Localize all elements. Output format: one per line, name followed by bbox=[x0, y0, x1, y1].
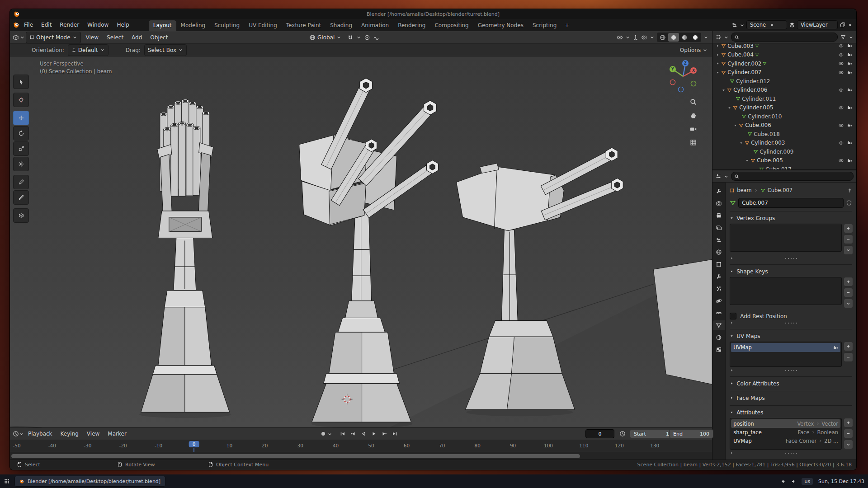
expander-icon[interactable] bbox=[716, 44, 720, 48]
use-preview-range-icon[interactable] bbox=[619, 431, 626, 437]
outliner-row[interactable]: Cylinder.005 bbox=[712, 103, 856, 113]
properties-tab-particles[interactable] bbox=[713, 284, 725, 294]
chevron-down-icon[interactable] bbox=[724, 35, 729, 40]
chevron-down-icon[interactable] bbox=[703, 35, 708, 40]
keyboard-layout-indicator[interactable]: us bbox=[802, 478, 813, 485]
tool-rotate[interactable] bbox=[13, 126, 29, 141]
menu-window[interactable]: Window bbox=[83, 22, 113, 28]
breadcrumb-object[interactable]: beam bbox=[737, 187, 752, 193]
disable-render-icon[interactable] bbox=[847, 43, 852, 48]
outliner-row[interactable]: Cylinder.003 bbox=[712, 139, 856, 148]
expander-icon[interactable] bbox=[722, 88, 726, 92]
menu-help[interactable]: Help bbox=[113, 22, 133, 28]
attribute-row[interactable]: positionVertexVector bbox=[731, 419, 840, 428]
panel-grip[interactable] bbox=[784, 452, 798, 454]
hide-viewport-icon[interactable] bbox=[839, 88, 844, 93]
hide-viewport-icon[interactable] bbox=[839, 70, 844, 75]
vertex-groups-panel-header[interactable]: Vertex Groups bbox=[730, 214, 852, 222]
properties-search-input[interactable] bbox=[731, 172, 854, 181]
options-dropdown[interactable]: Options bbox=[680, 47, 708, 53]
tool-measure[interactable] bbox=[13, 190, 29, 205]
properties-tab-constraints[interactable] bbox=[713, 308, 725, 318]
workspace-tab-scripting[interactable]: Scripting bbox=[528, 20, 561, 31]
attribute-row[interactable]: UVMapFace Corner2D ... bbox=[731, 436, 840, 445]
next-keyframe-button[interactable] bbox=[379, 430, 389, 438]
hide-viewport-icon[interactable] bbox=[839, 141, 844, 145]
remove-vertex-group-button[interactable] bbox=[844, 235, 853, 244]
color-attributes-panel-header[interactable]: Color Attributes bbox=[730, 379, 852, 388]
properties-tab-world[interactable] bbox=[713, 247, 725, 257]
current-frame-field[interactable]: 0 bbox=[585, 429, 614, 438]
workspace-tab-geometry-nodes[interactable]: Geometry Nodes bbox=[473, 20, 528, 31]
outliner-row[interactable]: Cylinder.010 bbox=[712, 112, 856, 121]
chevron-down-icon[interactable] bbox=[740, 23, 745, 28]
properties-tab-view-layer[interactable] bbox=[713, 223, 725, 233]
outliner-row[interactable]: Cube.005 bbox=[712, 156, 856, 165]
uv-render-icon[interactable] bbox=[833, 345, 838, 350]
properties-tab-material[interactable] bbox=[713, 333, 725, 343]
new-viewlayer-icon[interactable] bbox=[840, 22, 846, 28]
pan-button[interactable] bbox=[689, 112, 697, 119]
subpanel-expand-icon[interactable] bbox=[730, 451, 734, 455]
timeline-menu-keying[interactable]: Keying bbox=[57, 431, 83, 437]
jump-to-start-button[interactable] bbox=[337, 430, 348, 438]
disable-render-icon[interactable] bbox=[847, 70, 852, 75]
expander-icon[interactable] bbox=[745, 159, 749, 163]
outliner-row[interactable]: Cylinder.009 bbox=[712, 147, 856, 156]
outliner-row[interactable]: Cube.018 bbox=[712, 130, 856, 139]
tool-move[interactable] bbox=[13, 111, 29, 125]
outliner-search-input[interactable] bbox=[731, 33, 838, 42]
viewport-menu-object[interactable]: Object bbox=[146, 34, 172, 41]
close-icon[interactable] bbox=[769, 23, 774, 28]
pin-icon[interactable] bbox=[847, 188, 852, 193]
workspace-tab-shading[interactable]: Shading bbox=[326, 20, 357, 31]
outliner-row[interactable]: Cylinder.012 bbox=[712, 77, 856, 86]
panel-grip[interactable] bbox=[784, 322, 798, 324]
clock[interactable]: Sun, 15 Dec 17:43 bbox=[818, 479, 864, 484]
remove-attribute-button[interactable] bbox=[844, 429, 853, 438]
disable-render-icon[interactable] bbox=[847, 141, 852, 145]
timeline-ruler[interactable]: -50-40-30-20-100102030405060708090100110… bbox=[10, 440, 712, 452]
expander-icon[interactable] bbox=[716, 53, 720, 57]
shading-material-button[interactable] bbox=[679, 33, 690, 42]
tool-tweak-select[interactable] bbox=[13, 75, 29, 89]
viewlayer-selector[interactable]: ViewLayer bbox=[797, 20, 838, 29]
chevron-down-icon[interactable] bbox=[20, 35, 25, 40]
scrollbar-thumb[interactable] bbox=[11, 454, 580, 458]
add-uv-map-button[interactable] bbox=[844, 342, 853, 351]
workspace-tab-rendering[interactable]: Rendering bbox=[393, 20, 430, 31]
filter-icon[interactable] bbox=[840, 34, 846, 40]
hide-viewport-icon[interactable] bbox=[839, 43, 844, 48]
fake-user-icon[interactable] bbox=[846, 200, 852, 206]
gizmos-icon[interactable] bbox=[632, 34, 639, 41]
scene-icon[interactable] bbox=[731, 22, 738, 28]
outliner-editor-icon[interactable] bbox=[715, 34, 722, 40]
workspace-tab-uv-editing[interactable]: UV Editing bbox=[244, 20, 282, 31]
properties-editor-icon[interactable] bbox=[715, 173, 722, 179]
outliner-row[interactable]: Cylinder.007 bbox=[712, 68, 856, 77]
shading-wireframe-button[interactable] bbox=[657, 33, 668, 42]
tool-annotate[interactable] bbox=[13, 175, 29, 189]
3d-viewport[interactable]: User Perspective (0) Scene Collection | … bbox=[10, 56, 712, 427]
app-launcher-icon[interactable] bbox=[4, 478, 10, 484]
expander-icon[interactable] bbox=[716, 70, 720, 75]
remove-shape-key-button[interactable] bbox=[844, 288, 853, 297]
taskbar-app-button[interactable]: Blender [/home/amalie/Desktop/blender/tu… bbox=[14, 476, 165, 487]
disable-render-icon[interactable] bbox=[847, 61, 852, 66]
outliner-row[interactable]: Cylinder.006 bbox=[712, 86, 856, 95]
frame-start-field[interactable]: Start 1 bbox=[630, 429, 673, 438]
frame-end-field[interactable]: End 100 bbox=[669, 429, 713, 438]
properties-tab-scene[interactable] bbox=[713, 235, 725, 245]
zoom-button[interactable] bbox=[689, 98, 697, 106]
shape-keys-panel-header[interactable]: Shape Keys bbox=[730, 267, 852, 276]
disable-render-icon[interactable] bbox=[847, 52, 852, 57]
prev-keyframe-button[interactable] bbox=[348, 430, 358, 438]
vertex-groups-list[interactable] bbox=[730, 224, 842, 252]
disable-render-icon[interactable] bbox=[847, 88, 852, 93]
scene-selector[interactable]: Scene bbox=[746, 20, 787, 29]
uv-map-row[interactable]: UVMap bbox=[731, 343, 840, 352]
play-button[interactable] bbox=[368, 430, 379, 438]
attribute-specials-button[interactable] bbox=[844, 440, 853, 449]
viewport-menu-add[interactable]: Add bbox=[127, 34, 146, 41]
orientation-setting-dropdown[interactable]: Default bbox=[68, 44, 108, 56]
